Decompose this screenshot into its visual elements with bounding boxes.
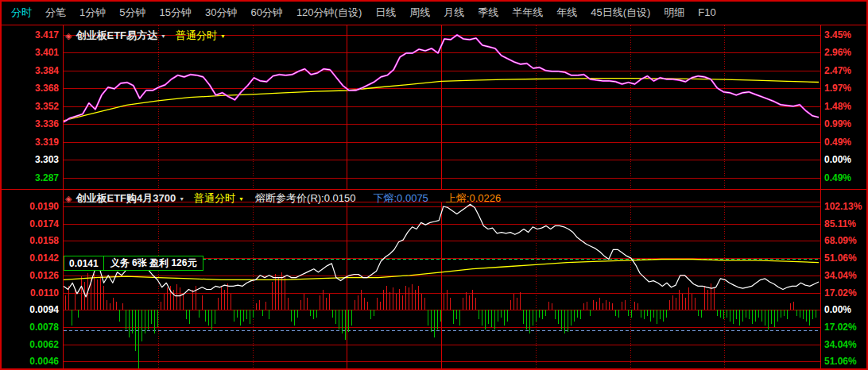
chevron-down-icon[interactable]: ▼ bbox=[220, 33, 226, 39]
top-panel-header: ◈ 创业板ETF易方达 ▼ 普通分时 ▼ bbox=[65, 29, 226, 43]
price-axis-label: 3.352 bbox=[2, 101, 59, 112]
bottom-chart-mode[interactable]: 普通分时 bbox=[194, 191, 235, 206]
price-axis-label: 3.417 bbox=[2, 29, 59, 40]
bottom-panel-header: ◈ 创业板ETF购4月3700 ▼ 普通分时 ▼ 熔断参考价(R):0.0150… bbox=[65, 191, 501, 206]
trading-terminal-window: 分时分笔1分钟5分钟15分钟30分钟60分钟120分钟(自设)日线周线月线季线半… bbox=[0, 0, 868, 370]
position-profit-text: 义务 6张 盈利 126元 bbox=[104, 256, 203, 270]
chevron-down-icon[interactable]: ▼ bbox=[161, 33, 166, 39]
percent-axis-label: 51.06% bbox=[824, 356, 868, 367]
position-cost-tooltip: 0.0141 义务 6张 盈利 126元 bbox=[64, 256, 203, 271]
percent-axis-label: 34.04% bbox=[824, 339, 868, 350]
chevron-down-icon[interactable]: ▼ bbox=[179, 196, 184, 202]
charts-canvas bbox=[2, 2, 868, 370]
price-axis-label: 3.368 bbox=[2, 83, 59, 94]
percent-axis-label: 0.00% bbox=[824, 154, 868, 165]
price-axis-label: 3.319 bbox=[2, 137, 59, 148]
top-instrument-name[interactable]: 创业板ETF易方达 bbox=[76, 29, 157, 43]
percent-axis-label: 0.49% bbox=[824, 137, 868, 148]
price-axis-label: 0.0078 bbox=[2, 322, 59, 333]
price-axis-label: 0.0174 bbox=[2, 218, 59, 229]
percent-axis-label: 2.96% bbox=[824, 47, 868, 58]
price-axis-label: 3.384 bbox=[2, 65, 59, 76]
percent-axis-label: 17.02% bbox=[824, 287, 868, 299]
diamond-icon: ◈ bbox=[65, 194, 72, 204]
price-axis-label: 0.0158 bbox=[2, 235, 59, 246]
price-axis-label: 0.0126 bbox=[2, 270, 59, 281]
percent-axis-label: 51.06% bbox=[824, 252, 868, 264]
price-axis-label: 0.0190 bbox=[2, 201, 59, 212]
percent-axis-label: 2.47% bbox=[824, 65, 868, 76]
percent-axis-label: 17.02% bbox=[824, 322, 868, 333]
percent-axis-label: 0.49% bbox=[824, 172, 868, 183]
price-axis-label: 0.0094 bbox=[2, 304, 59, 315]
percent-axis-label: 1.48% bbox=[824, 101, 868, 112]
chevron-down-icon[interactable]: ▼ bbox=[238, 196, 244, 202]
price-axis-label: 0.0142 bbox=[2, 252, 59, 264]
percent-axis-label: 1.97% bbox=[824, 83, 868, 94]
lower-fuse-price: 下熔:0.0075 bbox=[373, 191, 428, 206]
top-chart-mode[interactable]: 普通分时 bbox=[176, 29, 217, 43]
percent-axis-label: 34.04% bbox=[824, 270, 868, 281]
price-axis-label: 3.401 bbox=[2, 47, 59, 58]
bottom-instrument-name[interactable]: 创业板ETF购4月3700 bbox=[76, 191, 176, 206]
percent-axis-label: 3.45% bbox=[824, 29, 868, 40]
price-axis-label: 3.287 bbox=[2, 172, 59, 183]
percent-axis-label: 85.11% bbox=[824, 218, 868, 229]
diamond-icon: ◈ bbox=[65, 31, 72, 41]
price-axis-label: 3.336 bbox=[2, 118, 59, 129]
price-axis-label: 0.0062 bbox=[2, 339, 59, 350]
percent-axis-label: 102.13% bbox=[824, 201, 868, 212]
percent-axis-label: 68.09% bbox=[824, 235, 868, 246]
price-axis-label: 0.0046 bbox=[2, 356, 59, 367]
fuse-reference-price: 熔断参考价(R):0.0150 bbox=[255, 191, 355, 206]
upper-fuse-price: 上熔:0.0226 bbox=[446, 191, 501, 206]
cost-price-value: 0.0141 bbox=[64, 258, 103, 269]
percent-axis-label: 0.99% bbox=[824, 118, 868, 129]
price-axis-label: 0.0110 bbox=[2, 287, 59, 299]
price-axis-label: 3.303 bbox=[2, 154, 59, 165]
percent-axis-label: 0.00% bbox=[824, 304, 868, 315]
